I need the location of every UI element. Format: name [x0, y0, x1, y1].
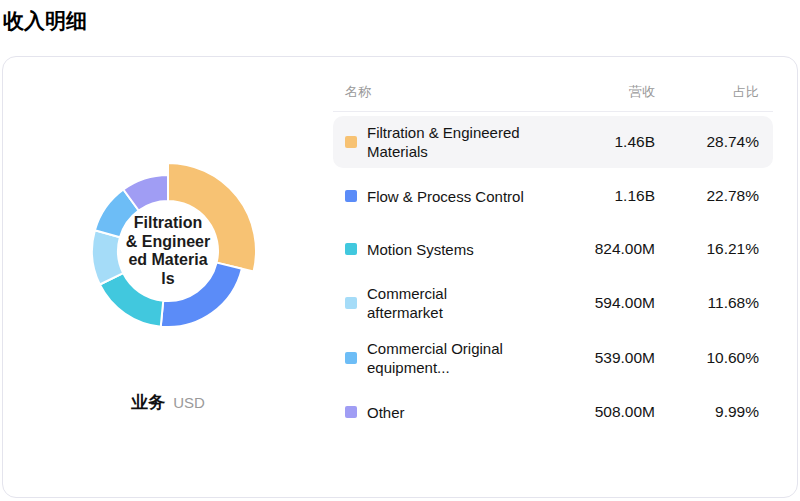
table-row[interactable]: Commercial aftermarket594.00M11.68%	[333, 277, 773, 329]
donut-chart[interactable]: Filtration & Engineer ed Materia ls	[38, 121, 298, 381]
series-revenue: 539.00M	[555, 349, 655, 367]
series-revenue: 824.00M	[555, 240, 655, 258]
table-row[interactable]: Flow & Process Control1.16B22.78%	[333, 171, 773, 221]
row-name-cell: Other	[345, 403, 555, 422]
breakdown-table: 名称 营收 占比 Filtration & Engineered Materia…	[333, 83, 773, 497]
series-percent: 11.68%	[655, 294, 759, 312]
dimension-label[interactable]: 业务	[131, 391, 165, 414]
header-name: 名称	[345, 83, 555, 101]
chart-footer: 业务 USD	[131, 391, 205, 414]
series-color-marker	[345, 190, 357, 202]
table-row[interactable]: Other508.00M9.99%	[333, 387, 773, 437]
series-percent: 9.99%	[655, 403, 759, 421]
series-name: Commercial aftermarket	[367, 284, 447, 322]
revenue-breakdown-card: Filtration & Engineer ed Materia ls 业务 U…	[2, 56, 798, 498]
series-name: Filtration & Engineered Materials	[367, 123, 520, 161]
page-title: 收入明细	[3, 8, 800, 34]
series-percent: 22.78%	[655, 187, 759, 205]
series-name: Commercial Original equipment...	[367, 339, 503, 377]
series-name: Motion Systems	[367, 240, 474, 259]
series-color-marker	[345, 406, 357, 418]
series-percent: 16.21%	[655, 240, 759, 258]
pie-slice-0[interactable]	[168, 163, 256, 271]
row-name-cell: Commercial aftermarket	[345, 284, 555, 322]
series-color-marker	[345, 243, 357, 255]
donut-svg	[38, 121, 298, 381]
table-row[interactable]: Motion Systems824.00M16.21%	[333, 224, 773, 274]
row-name-cell: Flow & Process Control	[345, 187, 555, 206]
series-name: Other	[367, 403, 405, 422]
table-row[interactable]: Commercial Original equipment...539.00M1…	[333, 332, 773, 384]
series-revenue: 594.00M	[555, 294, 655, 312]
series-percent: 10.60%	[655, 349, 759, 367]
table-header-row: 名称 营收 占比	[333, 83, 773, 112]
pie-slice-3[interactable]	[92, 230, 123, 284]
chart-panel: Filtration & Engineer ed Materia ls 业务 U…	[3, 57, 333, 497]
series-color-marker	[345, 136, 357, 148]
currency-unit-label: USD	[173, 394, 205, 411]
row-name-cell: Commercial Original equipment...	[345, 339, 555, 377]
series-color-marker	[345, 297, 357, 309]
header-percent: 占比	[655, 83, 759, 101]
series-revenue: 1.16B	[555, 187, 655, 205]
series-color-marker	[345, 352, 357, 364]
pie-slice-1[interactable]	[161, 263, 242, 327]
header-revenue: 营收	[555, 83, 655, 101]
series-name: Flow & Process Control	[367, 187, 524, 206]
series-revenue: 1.46B	[555, 133, 655, 151]
row-name-cell: Filtration & Engineered Materials	[345, 123, 555, 161]
table-body: Filtration & Engineered Materials1.46B28…	[333, 112, 773, 437]
series-revenue: 508.00M	[555, 403, 655, 421]
series-percent: 28.74%	[655, 133, 759, 151]
table-row[interactable]: Filtration & Engineered Materials1.46B28…	[333, 116, 773, 168]
row-name-cell: Motion Systems	[345, 240, 555, 259]
pie-slice-2[interactable]	[100, 273, 163, 327]
